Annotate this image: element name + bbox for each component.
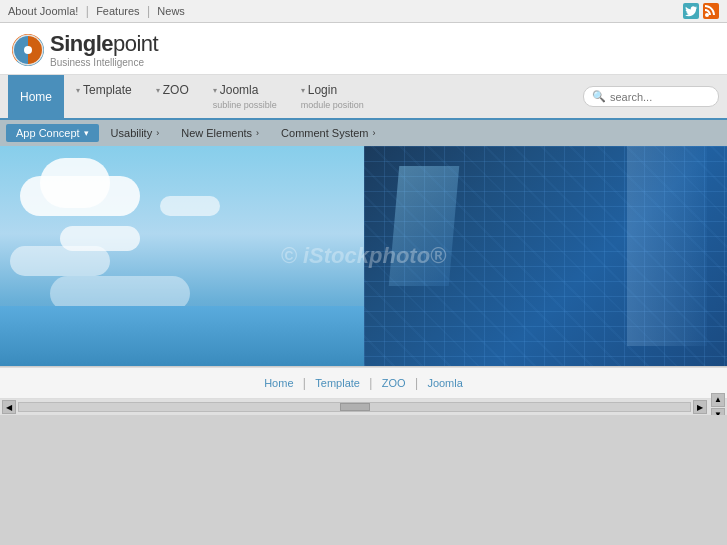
cloud4 — [10, 246, 110, 276]
hero-image: © iStockphoto® — [0, 146, 727, 366]
scroll-track[interactable] — [18, 402, 691, 412]
sub-nav-label-app-concept: App Concept — [16, 127, 80, 139]
sub-nav-item-app-concept[interactable]: App Concept ▾ — [6, 124, 99, 142]
hero-sky — [0, 146, 364, 366]
footer-link-home[interactable]: Home — [264, 377, 293, 389]
nav-item-login[interactable]: ▾ Login module position — [289, 75, 376, 118]
cloud3 — [160, 196, 220, 216]
footer-link-template[interactable]: Template — [315, 377, 360, 389]
search-icon: 🔍 — [592, 90, 606, 103]
bottom-scrollbar: ◀ ▶ ▲ ▼ — [0, 399, 727, 415]
page-wrapper: About Joomla! | Features | News — [0, 0, 727, 415]
svg-point-2 — [24, 46, 32, 54]
sub-nav-arrow-comment-system: › — [373, 128, 376, 138]
nav-items: Home ▾ Template ▾ ZOO ▾ Joomla subli — [8, 75, 376, 118]
cloud1 — [20, 176, 140, 216]
hero-building — [364, 146, 728, 366]
nav-label-template: Template — [83, 83, 132, 97]
nav-arrow-login: ▾ — [301, 86, 305, 95]
sub-nav-arrow-app-concept: ▾ — [84, 128, 89, 138]
footer-link-joomla[interactable]: Joomla — [427, 377, 462, 389]
top-bar-links: About Joomla! | Features | News — [8, 4, 185, 18]
search-input[interactable] — [610, 91, 710, 103]
nav-item-zoo[interactable]: ▾ ZOO — [144, 75, 201, 118]
horizon-strip — [0, 306, 364, 366]
nav-sublabel-login: module position — [301, 101, 364, 110]
sub-nav: App Concept ▾ Usability › New Elements ›… — [0, 120, 727, 146]
news-link[interactable]: News — [157, 5, 185, 17]
nav-label-joomla: Joomla — [220, 83, 259, 97]
twitter-icon[interactable] — [683, 3, 699, 19]
nav-label-login: Login — [308, 83, 337, 97]
sub-nav-item-new-elements[interactable]: New Elements › — [171, 124, 269, 142]
nav-item-joomla[interactable]: ▾ Joomla subline possible — [201, 75, 289, 118]
nav-sublabel-joomla: subline possible — [213, 101, 277, 110]
nav-item-home[interactable]: Home — [8, 75, 64, 118]
logo-icon — [12, 34, 44, 66]
logo: Singlepoint Business Intelligence — [12, 31, 158, 68]
sub-nav-item-usability[interactable]: Usability › — [101, 124, 170, 142]
scroll-left-button[interactable]: ◀ — [2, 400, 16, 414]
svg-point-0 — [705, 13, 709, 17]
nav-arrow-joomla: ▾ — [213, 86, 217, 95]
nav-item-template[interactable]: ▾ Template — [64, 75, 144, 118]
sub-nav-arrow-new-elements: › — [256, 128, 259, 138]
rss-icon[interactable] — [703, 3, 719, 19]
nav-label-zoo: ZOO — [163, 83, 189, 97]
logo-name: Singlepoint — [50, 31, 158, 57]
scroll-up-button[interactable]: ▲ — [711, 393, 725, 407]
logo-tagline: Business Intelligence — [50, 57, 158, 68]
top-bar-icons — [683, 3, 719, 19]
sub-nav-label-comment-system: Comment System — [281, 127, 368, 139]
main-content: © iStockphoto® — [0, 146, 727, 367]
footer-link-zoo[interactable]: ZOO — [382, 377, 406, 389]
search-box[interactable]: 🔍 — [583, 86, 719, 107]
scroll-thumb[interactable] — [340, 403, 370, 411]
features-link[interactable]: Features — [96, 5, 139, 17]
top-bar: About Joomla! | Features | News — [0, 0, 727, 23]
sub-nav-label-new-elements: New Elements — [181, 127, 252, 139]
logo-text: Singlepoint Business Intelligence — [50, 31, 158, 68]
scroll-down-button[interactable]: ▼ — [711, 408, 725, 416]
about-joomla-link[interactable]: About Joomla! — [8, 5, 78, 17]
scroll-right-button[interactable]: ▶ — [693, 400, 707, 414]
main-nav: Home ▾ Template ▾ ZOO ▾ Joomla subli — [0, 75, 727, 120]
footer-nav: Home | Template | ZOO | Joomla — [0, 367, 727, 399]
nav-arrow-template: ▾ — [76, 86, 80, 95]
sub-nav-label-usability: Usability — [111, 127, 153, 139]
sub-nav-item-comment-system[interactable]: Comment System › — [271, 124, 385, 142]
nav-label-home: Home — [20, 90, 52, 104]
sub-nav-arrow-usability: › — [156, 128, 159, 138]
building-texture — [364, 146, 728, 366]
header: Singlepoint Business Intelligence — [0, 23, 727, 75]
nav-arrow-zoo: ▾ — [156, 86, 160, 95]
